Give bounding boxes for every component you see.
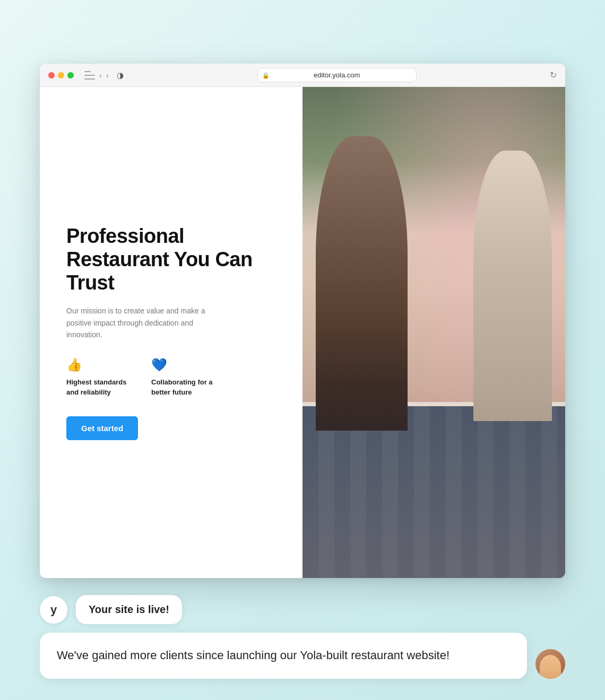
chat-bubble-row-1: y Your site is live!: [40, 595, 565, 624]
thumbs-up-icon: 👍: [66, 357, 130, 372]
chat-bubble-2: We've gained more clients since launchin…: [40, 633, 527, 679]
hero-subtitle: Our mission is to create value and make …: [66, 305, 215, 340]
address-bar[interactable]: 🔒 editor.yola.com: [257, 68, 417, 82]
page-left-section: Professional Restaurant You Can Trust Ou…: [40, 87, 302, 578]
hero-title: Professional Restaurant You Can Trust: [66, 225, 276, 294]
browser-window: ‹ › ◑ 🔒 editor.yola.com ↻ Professional R…: [40, 64, 565, 578]
maximize-button[interactable]: [67, 72, 74, 78]
browser-controls: ‹ ›: [84, 71, 108, 80]
heart-icon: 💙: [151, 357, 215, 372]
yola-avatar: y: [40, 596, 67, 624]
brightness-icon: ◑: [117, 71, 124, 80]
feature1-text: Highest standards and reliability: [66, 378, 130, 397]
get-started-button[interactable]: Get started: [66, 416, 138, 440]
minimize-button[interactable]: [58, 72, 64, 78]
feature-item-1: 👍 Highest standards and reliability: [66, 357, 130, 397]
feature2-text: Collaborating for a better future: [151, 378, 215, 397]
forward-button[interactable]: ›: [106, 71, 109, 80]
features-row: 👍 Highest standards and reliability 💙 Co…: [66, 357, 276, 397]
avatar-face: [540, 655, 561, 679]
lock-icon: 🔒: [262, 72, 270, 78]
chat-section: y Your site is live! We've gained more c…: [40, 595, 565, 679]
chat-bubble-1: Your site is live!: [76, 595, 182, 624]
yola-initial: y: [50, 603, 57, 617]
address-bar-wrapper: 🔒 editor.yola.com: [130, 68, 543, 82]
page-content: Professional Restaurant You Can Trust Ou…: [40, 87, 565, 578]
traffic-lights: [48, 72, 74, 78]
sidebar-toggle-icon[interactable]: [84, 71, 95, 80]
close-button[interactable]: [48, 72, 55, 78]
chat-bubble-row-2: We've gained more clients since launchin…: [40, 633, 565, 679]
chat-bubble-1-text: Your site is live!: [89, 603, 169, 615]
feature-item-2: 💙 Collaborating for a better future: [151, 357, 215, 397]
browser-chrome: ‹ › ◑ 🔒 editor.yola.com ↻: [40, 64, 565, 87]
back-button[interactable]: ‹: [99, 71, 102, 80]
page-right-image: [302, 87, 565, 578]
reload-button[interactable]: ↻: [550, 70, 557, 80]
chat-bubble-2-text: We've gained more clients since launchin…: [57, 649, 450, 662]
user-avatar: [535, 649, 565, 679]
restaurant-image: [302, 87, 565, 578]
url-text: editor.yola.com: [314, 71, 360, 79]
